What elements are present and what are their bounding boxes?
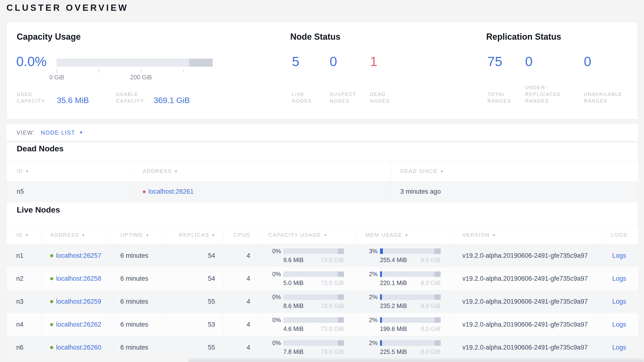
capacity-total-value: 73.8 GiB [321, 302, 344, 309]
node-address-link[interactable]: localhost:26258 [56, 275, 101, 282]
node-live-status-icon [50, 323, 53, 326]
cpus-cell: 4 [224, 313, 260, 336]
capacity-percent: 0% [268, 339, 281, 346]
column-header-uptime[interactable]: UPTIME▼ [112, 226, 164, 244]
node-address-link[interactable]: localhost:26257 [56, 252, 101, 259]
replicas-cell: 55 [164, 290, 224, 313]
logs-link[interactable]: Logs [612, 344, 626, 351]
column-header-dead-since[interactable]: DEAD SINCE ▼ [391, 161, 638, 181]
version-cell: v19.2.0-alpha.20190606-2491-gfe735c9a97 [454, 244, 600, 267]
column-header-replicas[interactable]: REPLICAS▼ [164, 226, 224, 244]
sort-icon: ▼ [146, 233, 149, 237]
replicas-cell: 53 [164, 313, 224, 336]
capacity-usage-percent: 0.0% [16, 55, 47, 68]
suspect-nodes-label: SUSPECTNODES [330, 91, 356, 104]
axis-tick [141, 69, 142, 73]
cpus-cell: 4 [224, 336, 260, 359]
mem-used-value: 235.2 MiB [380, 302, 407, 309]
capacity-usage-cell: 0% 8.6 MiB 73.8 GiB [260, 290, 356, 313]
mem-total-value: 8.0 GiB [421, 279, 441, 286]
mem-usage-fill [380, 248, 383, 254]
logs-cell: Logs [600, 267, 638, 290]
live-nodes-title: Live Nodes [17, 205, 60, 215]
live-node-row: n3 localhost:26259 6 minutes 55 4 0% 8.6… [7, 290, 638, 313]
mem-usage-cell: 2% 225.5 MiB 8.0 GiB [356, 336, 454, 359]
usable-capacity-value: 369.1 GiB [154, 96, 190, 104]
capacity-reserved-segment [338, 317, 344, 323]
view-selector-dropdown[interactable]: NODE LIST ▼ [41, 129, 84, 136]
nodes-list-card: Dead Nodes ID ▼ ADDRESS ▼ DEAD SINCE ▼ n… [6, 142, 638, 358]
replication-status-title: Replication Status [486, 32, 561, 42]
mem-usage-bar [380, 340, 441, 346]
mem-reserved-segment [434, 340, 441, 346]
live-nodes-table-body: n1 localhost:26257 6 minutes 54 4 0% 9.6… [7, 244, 638, 359]
node-address-link[interactable]: localhost:26259 [56, 298, 101, 305]
mem-reserved-segment [434, 271, 441, 277]
bottom-scroll-shadow [188, 358, 644, 362]
mem-used-value: 199.6 MiB [380, 325, 407, 332]
logs-link[interactable]: Logs [612, 321, 626, 328]
axis-tick [183, 69, 184, 73]
capacity-percent: 0% [268, 317, 281, 323]
view-bar: VIEW: NODE LIST ▼ [6, 124, 638, 142]
version-cell: v19.2.0-alpha.20190606-2491-gfe735c9a97 [454, 267, 600, 290]
sort-icon: ▼ [492, 233, 496, 237]
capacity-usage-cell: 0% 5.0 MiB 73.8 GiB [260, 267, 356, 290]
node-id-cell: n3 [7, 290, 41, 313]
version-cell: v19.2.0-alpha.20190606-2491-gfe735c9a97 [454, 336, 600, 359]
axis-tick [99, 69, 99, 73]
capacity-percent: 0% [268, 248, 281, 255]
mem-usage-fill [380, 271, 382, 277]
logs-link[interactable]: Logs [612, 252, 626, 259]
sort-icon: ▼ [212, 233, 215, 237]
mem-usage-cell: 2% 235.2 MiB 8.0 GiB [356, 290, 454, 313]
dead-nodes-label: DEADNODES [370, 91, 390, 104]
chevron-down-icon: ▼ [79, 130, 84, 135]
capacity-total-value: 73.8 GiB [321, 279, 344, 286]
cpus-cell: 4 [224, 267, 260, 290]
mem-used-value: 225.5 MiB [380, 348, 407, 355]
node-id-cell: n4 [7, 313, 41, 336]
dead-nodes-table: ID ▼ ADDRESS ▼ DEAD SINCE ▼ n5 localhost… [7, 161, 638, 202]
dead-nodes-title: Dead Nodes [17, 144, 64, 153]
node-address-link[interactable]: localhost:26262 [56, 321, 101, 328]
column-header-id[interactable]: ID ▼ [7, 161, 134, 181]
axis-tick-label: 0 GiB [38, 74, 76, 81]
replicas-cell: 54 [164, 267, 224, 290]
node-address-cell: localhost:26257 [41, 244, 112, 267]
mem-total-value: 8.0 GiB [421, 257, 441, 264]
capacity-used-value: 9.6 MiB [283, 257, 304, 264]
capacity-percent: 0% [268, 271, 281, 278]
column-header-id[interactable]: ID▼ [7, 226, 41, 244]
capacity-usage-bar [283, 271, 344, 277]
column-header-mem-usage[interactable]: MEM USAGE▼ [356, 226, 454, 244]
capacity-used-value: 7.8 MiB [283, 348, 304, 355]
total-ranges-count: 75 [488, 55, 502, 68]
capacity-percent: 0% [268, 294, 281, 301]
node-address-link[interactable]: localhost:26260 [56, 344, 101, 351]
node-id-cell: n5 [7, 182, 134, 202]
node-address-link[interactable]: localhost:26261 [148, 188, 194, 195]
column-header-capacity-usage[interactable]: CAPACITY USAGE▼ [260, 226, 356, 244]
node-live-status-icon [50, 254, 53, 257]
uptime-cell: 6 minutes [112, 313, 164, 336]
cluster-overview-card: Capacity Usage 0.0% 0 GiB 200 GiB USEDCA… [6, 22, 638, 119]
capacity-usage-cell: 0% 9.6 MiB 73.8 GiB [260, 244, 356, 267]
unavailable-ranges-count: 0 [584, 55, 591, 68]
mem-reserved-segment [434, 248, 441, 254]
node-dead-status-icon [143, 190, 146, 193]
column-header-address[interactable]: ADDRESS▼ [41, 226, 112, 244]
sort-icon: ▼ [174, 169, 178, 173]
total-ranges-label: TOTALRANGES [488, 91, 511, 104]
logs-link[interactable]: Logs [612, 275, 626, 282]
column-header-version[interactable]: VERSION▼ [454, 226, 600, 244]
node-address-cell: localhost:26259 [41, 290, 112, 313]
cpus-cell: 4 [224, 290, 260, 313]
live-nodes-table-header: ID▼ ADDRESS▼ UPTIME▼ REPLICAS▼ CPUS CAPA… [7, 226, 638, 244]
logs-link[interactable]: Logs [612, 298, 626, 305]
uptime-cell: 6 minutes [112, 336, 164, 359]
version-cell: v19.2.0-alpha.20190606-2491-gfe735c9a97 [454, 290, 600, 313]
column-header-address[interactable]: ADDRESS ▼ [134, 161, 391, 181]
live-node-row: n4 localhost:26262 6 minutes 53 4 0% 4.6… [7, 313, 638, 336]
uptime-cell: 6 minutes [112, 244, 164, 267]
